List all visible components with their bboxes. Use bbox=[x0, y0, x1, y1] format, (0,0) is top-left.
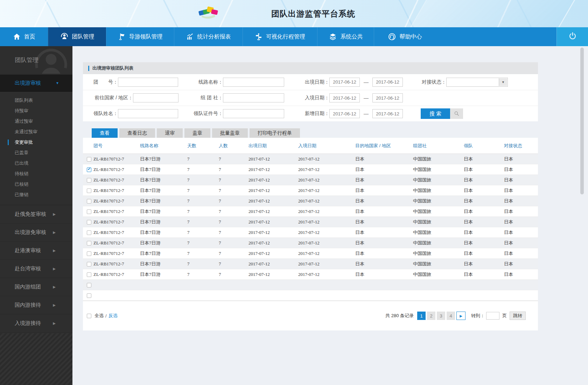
cell-6: 2017-07-12 bbox=[298, 240, 355, 246]
search-magnifier-button[interactable] bbox=[450, 108, 463, 119]
entry-date-to-input[interactable] bbox=[372, 93, 403, 102]
sidebar-section-1[interactable]: 赴俄免签审核▶ bbox=[0, 205, 72, 223]
organizer-input[interactable] bbox=[223, 93, 284, 102]
toolbar-button-2[interactable]: 查看日志 bbox=[119, 128, 155, 138]
sidebar-subitem-9[interactable]: 已核销 bbox=[0, 179, 72, 190]
sidebar-subitem-2[interactable]: 待预审 bbox=[0, 106, 72, 116]
cell-5: 2017-07-12 bbox=[248, 230, 298, 235]
leader-id-input[interactable] bbox=[223, 109, 284, 118]
cell-7: 日本 bbox=[355, 240, 413, 246]
page-button-4[interactable]: 4 bbox=[447, 312, 455, 320]
cell-9: 日本 bbox=[464, 187, 504, 194]
row-checkbox[interactable] bbox=[87, 283, 91, 287]
logout-button[interactable] bbox=[556, 27, 588, 46]
caret-right-icon: ▶ bbox=[53, 285, 56, 289]
row-checkbox-cell bbox=[83, 261, 93, 267]
group-no-input[interactable] bbox=[118, 78, 178, 87]
invert-select-link[interactable]: 反选 bbox=[108, 313, 118, 319]
added-date-to-input[interactable] bbox=[372, 109, 403, 118]
cell-4: 7 bbox=[219, 230, 248, 235]
toolbar-button-1[interactable]: 查看 bbox=[92, 128, 118, 138]
toolbar-button-6[interactable]: 打印电子行程单 bbox=[250, 128, 300, 138]
row-checkbox[interactable] bbox=[87, 157, 91, 162]
row-checkbox[interactable] bbox=[87, 293, 91, 298]
goto-page-input[interactable] bbox=[486, 312, 499, 320]
column-header-2: 线路名称 bbox=[140, 143, 187, 149]
sidebar-subitem-7[interactable]: 已出境 bbox=[0, 158, 72, 169]
sidebar-subitem-1[interactable]: 团队列表 bbox=[0, 95, 72, 106]
leader-id-label: 领队证件号： bbox=[178, 110, 223, 117]
sidebar-section-6[interactable]: 国内游接待▶ bbox=[0, 296, 72, 314]
row-checkbox[interactable] bbox=[87, 220, 91, 224]
sidebar-subitem-6[interactable]: 已盖章 bbox=[0, 148, 72, 158]
toolbar-button-3[interactable]: 退审 bbox=[157, 128, 183, 138]
sidebar-subitem-5[interactable]: 变更审批 bbox=[0, 137, 72, 148]
entry-date-from-input[interactable] bbox=[329, 93, 360, 102]
dock-status-label: 对接状态： bbox=[403, 79, 446, 85]
depart-date-from-input[interactable] bbox=[329, 78, 360, 87]
app-logo-icon bbox=[197, 4, 220, 21]
row-checkbox[interactable] bbox=[87, 188, 91, 193]
select-all-label[interactable]: 全选 bbox=[94, 313, 104, 319]
nav-item-3[interactable]: 导游领队管理 bbox=[106, 27, 174, 46]
leader-name-input[interactable] bbox=[118, 109, 178, 118]
nav-item-4[interactable]: 统计分析报表 bbox=[174, 27, 243, 46]
row-checkbox-cell bbox=[83, 209, 93, 214]
nav-item-label: 可视化行程管理 bbox=[266, 33, 305, 41]
dock-status-select[interactable]: ▼ bbox=[446, 78, 508, 87]
nav-item-5[interactable]: 可视化行程管理 bbox=[243, 27, 317, 46]
nav-item-label: 系统公共 bbox=[341, 33, 363, 41]
cell-10: 日本 bbox=[504, 261, 538, 267]
row-checkbox[interactable] bbox=[87, 251, 91, 256]
nav-item-7[interactable]: 帮助中心 bbox=[374, 27, 435, 46]
nav-item-6[interactable]: 系统公共 bbox=[317, 27, 374, 46]
row-checkbox[interactable] bbox=[87, 241, 91, 245]
cell-4: 7 bbox=[219, 209, 248, 214]
row-checkbox-cell bbox=[83, 230, 93, 235]
cell-6: 2017-07-12 bbox=[298, 230, 355, 235]
sidebar-subitem-8[interactable]: 待核销 bbox=[0, 169, 72, 179]
toolbar-button-5[interactable]: 批量盖章 bbox=[212, 128, 248, 138]
dest-country-input[interactable] bbox=[133, 93, 178, 102]
page-button-3[interactable]: 3 bbox=[437, 312, 445, 320]
row-checkbox[interactable] bbox=[87, 199, 91, 204]
entry-date-label: 入境日期： bbox=[284, 95, 329, 101]
route-name-input[interactable] bbox=[223, 78, 284, 87]
sidebar-subitem-4[interactable]: 未通过预审 bbox=[0, 127, 72, 137]
scrollbar[interactable] bbox=[580, 48, 584, 194]
depart-date-to-input[interactable] bbox=[372, 78, 403, 87]
row-checkbox[interactable] bbox=[87, 178, 91, 183]
sidebar-subitem-3[interactable]: 通过预审 bbox=[0, 116, 72, 127]
search-button[interactable]: 搜 索 bbox=[421, 108, 450, 119]
jump-button[interactable]: 跳转 bbox=[510, 312, 526, 320]
nav-item-2[interactable]: 团队管理 bbox=[48, 27, 106, 46]
sidebar-section-2[interactable]: 出境游免审核▶ bbox=[0, 223, 72, 242]
row-checkbox[interactable] bbox=[87, 262, 91, 266]
cell-9: 日本 bbox=[464, 250, 504, 257]
page-button-2[interactable]: 2 bbox=[427, 312, 435, 320]
dropdown-caret-icon[interactable]: ▼ bbox=[499, 78, 507, 86]
row-checkbox[interactable] bbox=[87, 230, 91, 235]
cell-1: ZL-RB170712-7 bbox=[93, 272, 140, 277]
toolbar-button-4[interactable]: 盖章 bbox=[184, 128, 210, 138]
sidebar-section-3[interactable]: 赴港澳审核▶ bbox=[0, 242, 72, 260]
page-button-1[interactable]: 1 bbox=[417, 312, 426, 320]
sidebar-section-5[interactable]: 国内游组团▶ bbox=[0, 278, 72, 296]
sidebar-subitem-10[interactable]: 已撤销 bbox=[0, 190, 72, 200]
row-checkbox[interactable] bbox=[87, 272, 91, 277]
row-checkbox-cell bbox=[83, 177, 93, 183]
added-date-from-input[interactable] bbox=[329, 109, 360, 118]
row-checkbox[interactable] bbox=[87, 167, 91, 172]
nav-item-1[interactable]: 首页 bbox=[0, 27, 48, 46]
column-header-1: 团号 bbox=[93, 143, 140, 149]
cell-10: 日本 bbox=[504, 177, 538, 183]
select-separator: / bbox=[105, 313, 107, 319]
select-all-checkbox[interactable] bbox=[87, 314, 91, 318]
sidebar-section-4[interactable]: 赴台湾审核▶ bbox=[0, 260, 72, 278]
cell-3: 7 bbox=[187, 251, 219, 256]
row-checkbox[interactable] bbox=[87, 209, 91, 214]
sidebar-section-7[interactable]: 入境游接待▶ bbox=[0, 314, 72, 333]
next-page-button[interactable]: ▶ bbox=[456, 312, 465, 320]
total-count: 280 bbox=[391, 313, 399, 318]
sidebar-section-outbound-review[interactable]: 出境游审核 ▼ bbox=[0, 74, 72, 92]
